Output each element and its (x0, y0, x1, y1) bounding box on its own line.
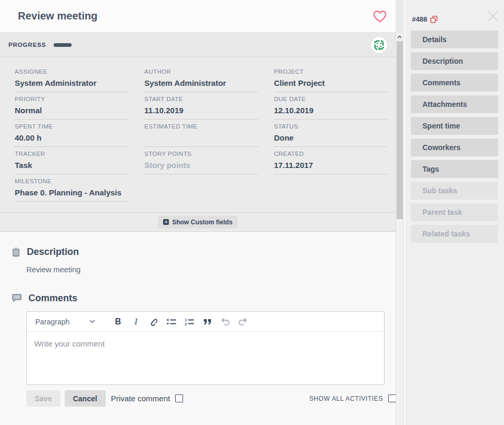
field-label: ESTIMATED TIME (144, 123, 258, 130)
field-due-date[interactable]: DUE DATE 12.10.2019 (274, 92, 388, 120)
field-value: Normal (15, 106, 128, 115)
bulleted-list-icon (167, 318, 176, 325)
private-comment-checkbox[interactable] (175, 394, 183, 402)
custom-fields-bar: + Show Custom fields (0, 212, 396, 232)
progress-section: PROGRESS (0, 33, 396, 57)
sidebar-item-parent-task: Parent task (411, 203, 498, 221)
comment-editor: Paragraph B I (26, 311, 385, 385)
field-milestone[interactable]: MILESTONE Phase 0. Planning - Analysis (15, 174, 128, 202)
field-tracker[interactable]: TRACKER Task (15, 147, 128, 174)
bold-icon: B (115, 317, 122, 327)
field-value: Done (274, 133, 388, 143)
show-all-activities-checkbox[interactable] (388, 394, 396, 402)
block-quote-button[interactable] (200, 315, 214, 329)
sidebar-item-spent-time[interactable]: Spent time (411, 117, 498, 135)
cancel-button[interactable]: Cancel (65, 390, 106, 407)
svg-text:2: 2 (185, 322, 187, 325)
comment-input-placeholder: Write your comment (34, 339, 377, 348)
comments-heading-row: Comments (12, 293, 385, 304)
copy-id-button[interactable] (430, 16, 438, 23)
svg-text:1: 1 (185, 318, 187, 322)
sidebar-item-attachments[interactable]: Attachments (411, 95, 498, 113)
field-label: CREATED (274, 150, 388, 157)
scrollbar-thumb[interactable] (397, 41, 403, 219)
paragraph-style-value: Paragraph (35, 318, 69, 326)
field-spent-time[interactable]: SPENT TIME 40.00 h (15, 120, 128, 147)
field-label: SPENT TIME (15, 123, 128, 130)
close-icon (487, 10, 499, 23)
link-button[interactable] (147, 315, 160, 329)
fields-column-1: ASSIGNEE System Administrator PRIORITY N… (15, 65, 128, 212)
task-fields-grid: ASSIGNEE System Administrator PRIORITY N… (0, 57, 396, 212)
comment-input[interactable]: Write your comment (27, 332, 384, 384)
sidebar-item-details[interactable]: Details (411, 31, 498, 48)
undo-button[interactable] (218, 315, 232, 329)
sidebar-item-coworkers[interactable]: Coworkers (411, 139, 498, 156)
description-body[interactable]: Review meeting (26, 265, 385, 274)
field-value: System Administrator (144, 78, 258, 88)
progress-label: PROGRESS (8, 42, 46, 48)
sidebar-item-tags[interactable]: Tags (411, 160, 498, 178)
page-title: Review meeting (18, 10, 371, 22)
field-estimated-time[interactable]: ESTIMATED TIME (144, 120, 258, 147)
sidebar-nav: Details Description Comments Attachments… (405, 31, 504, 243)
field-label: ASSIGNEE (15, 68, 128, 75)
comment-bubble-icon (12, 294, 22, 303)
field-label: PROJECT (274, 68, 388, 75)
redo-icon (238, 317, 248, 326)
task-id: #488 (412, 15, 427, 23)
redo-button[interactable] (236, 315, 250, 329)
vertical-scrollbar[interactable] (396, 33, 403, 425)
show-custom-fields-button[interactable]: + Show Custom fields (158, 216, 238, 229)
field-label: MILESTONE (15, 177, 128, 185)
editor-toolbar: Paragraph B I (27, 312, 384, 332)
scroll-up-arrow[interactable] (396, 33, 403, 41)
show-custom-fields-label: Show Custom fields (172, 219, 233, 226)
fields-column-3: PROJECT Client Project DUE DATE 12.10.20… (274, 65, 388, 212)
italic-button[interactable]: I (129, 315, 143, 329)
sidebar-item-related-tasks: Related tasks (411, 225, 498, 243)
numbered-list-icon: 1 2 (185, 318, 194, 325)
sidebar-header: #488 (405, 0, 504, 31)
show-all-activities-label: SHOW ALL ACTIVITIES (309, 395, 383, 402)
description-heading: Description (27, 246, 79, 258)
show-all-activities-group: SHOW ALL ACTIVITIES (309, 394, 396, 402)
sidebar-item-description[interactable]: Description (411, 52, 498, 70)
avatar[interactable] (371, 37, 387, 53)
progress-bar[interactable] (54, 43, 72, 47)
comment-actions: Save Cancel Private comment SHOW ALL ACT… (26, 390, 396, 407)
field-label: TRACKER (15, 150, 128, 157)
numbered-list-button[interactable]: 1 2 (183, 315, 196, 329)
sidebar-item-comments[interactable]: Comments (411, 74, 498, 92)
heart-icon (372, 9, 387, 23)
field-label: AUTHOR (144, 68, 258, 75)
field-assignee[interactable]: ASSIGNEE System Administrator (15, 65, 128, 92)
undo-icon (220, 317, 230, 326)
field-value: 40.00 h (15, 133, 128, 143)
field-value: 17.11.2017 (274, 161, 388, 170)
paragraph-style-dropdown[interactable]: Paragraph (31, 315, 99, 328)
field-start-date[interactable]: START DATE 11.10.2019 (144, 92, 258, 120)
private-comment-label: Private comment (111, 394, 170, 403)
field-created[interactable]: CREATED 17.11.2017 (274, 147, 388, 174)
description-heading-row: Description (12, 246, 385, 258)
field-priority[interactable]: PRIORITY Normal (15, 92, 128, 120)
bulleted-list-button[interactable] (165, 315, 178, 329)
field-label: STATUS (274, 123, 388, 130)
field-author[interactable]: AUTHOR System Administrator (144, 65, 258, 92)
italic-icon: I (135, 317, 137, 327)
block-quote-icon (204, 319, 211, 325)
field-value: Client Project (274, 78, 388, 88)
sidebar: #488 Details Description Comments Attach… (404, 0, 504, 425)
field-status[interactable]: STATUS Done (274, 120, 388, 147)
close-button[interactable] (485, 8, 501, 24)
field-story-points[interactable]: STORY POINTS Story points (144, 147, 258, 174)
sidebar-item-sub-tasks: Sub tasks (411, 182, 498, 200)
field-project[interactable]: PROJECT Client Project (274, 65, 388, 92)
fields-column-2: AUTHOR System Administrator START DATE 1… (144, 65, 258, 212)
bold-button[interactable]: B (111, 315, 125, 329)
favorite-button[interactable] (371, 8, 388, 24)
detail-body: Description Review meeting Comments Para… (0, 232, 396, 407)
field-value: Phase 0. Planning - Analysis (15, 188, 128, 197)
save-button[interactable]: Save (26, 390, 61, 407)
